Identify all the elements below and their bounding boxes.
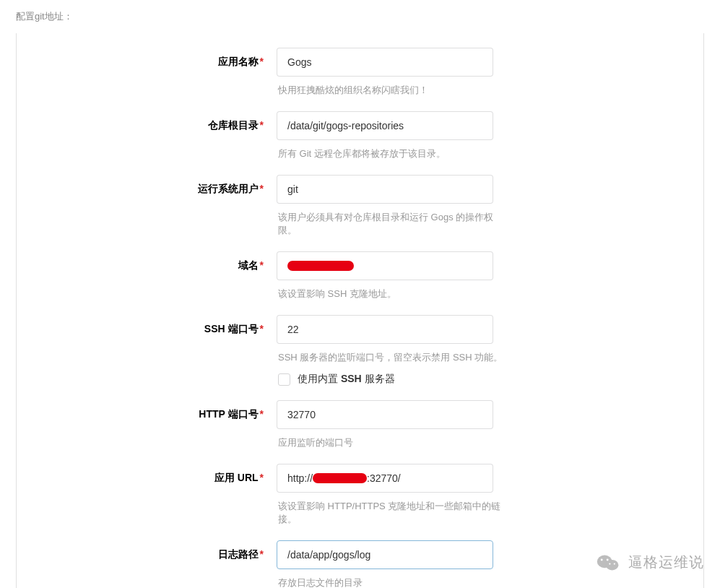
row-app-url: 应用 URL* http://:32770/ 该设置影响 HTTP/HTTPS … — [17, 457, 703, 533]
label-app-url: 应用 URL* — [17, 464, 277, 485]
svg-point-4 — [609, 563, 610, 564]
hint-domain: 该设置影响 SSH 克隆地址。 — [278, 287, 508, 301]
checkbox-box-icon — [278, 373, 290, 386]
checkbox-builtin-ssh[interactable]: 使用内置 SSH 服务器 — [278, 373, 508, 386]
input-repo-root[interactable] — [277, 111, 493, 140]
row-run-user: 运行系统用户* 该用户必须具有对仓库根目录和运行 Gogs 的操作权限。 — [17, 168, 703, 244]
url-prefix: http:// — [287, 472, 313, 484]
input-http-port[interactable] — [277, 400, 493, 429]
checkbox-label-ssh: 使用内置 SSH 服务器 — [298, 373, 395, 386]
label-repo-root: 仓库根目录* — [17, 111, 277, 132]
row-repo-root: 仓库根目录* 所有 Git 远程仓库都将被存放于该目录。 — [17, 104, 703, 168]
wechat-icon — [597, 553, 620, 572]
hint-app-url: 该设置影响 HTTP/HTTPS 克隆地址和一些邮箱中的链接。 — [278, 500, 508, 526]
hint-log-path: 存放日志文件的目录 — [278, 576, 508, 588]
svg-point-1 — [606, 560, 619, 570]
input-app-name[interactable] — [277, 48, 493, 77]
input-domain[interactable] — [277, 251, 493, 280]
svg-point-5 — [614, 563, 615, 564]
redaction-icon — [287, 261, 354, 271]
hint-run-user: 该用户必须具有对仓库根目录和运行 Gogs 的操作权限。 — [278, 211, 508, 237]
section-title: 配置git地址： — [16, 10, 704, 23]
hint-repo-root: 所有 Git 远程仓库都将被存放于该目录。 — [278, 147, 508, 160]
label-log-path: 日志路径* — [17, 540, 277, 561]
row-http-port: HTTP 端口号* 应用监听的端口号 — [17, 393, 703, 457]
config-form: 应用名称* 快用狂拽酷炫的组织名称闪瞎我们！ 仓库根目录* 所有 Git 远程仓… — [16, 33, 704, 588]
input-run-user[interactable] — [277, 175, 493, 204]
label-run-user: 运行系统用户* — [17, 175, 277, 196]
label-app-name: 应用名称* — [17, 48, 277, 69]
input-log-path[interactable] — [277, 540, 493, 569]
svg-point-2 — [601, 558, 603, 561]
input-app-url[interactable]: http://:32770/ — [277, 464, 493, 493]
label-domain: 域名* — [17, 251, 277, 272]
label-ssh-port: SSH 端口号* — [17, 315, 277, 336]
hint-http-port: 应用监听的端口号 — [278, 436, 508, 449]
hint-app-name: 快用狂拽酷炫的组织名称闪瞎我们！ — [278, 84, 508, 97]
redaction-icon — [313, 473, 367, 483]
label-http-port: HTTP 端口号* — [17, 400, 277, 421]
url-suffix: :32770/ — [367, 472, 401, 484]
row-domain: 域名* 该设置影响 SSH 克隆地址。 — [17, 244, 703, 308]
input-ssh-port[interactable] — [277, 315, 493, 344]
watermark: 逼格运维说 — [597, 553, 704, 572]
row-app-name: 应用名称* 快用狂拽酷炫的组织名称闪瞎我们！ — [17, 40, 703, 104]
row-ssh-port: SSH 端口号* SSH 服务器的监听端口号，留空表示禁用 SSH 功能。 使用… — [17, 308, 703, 393]
watermark-text: 逼格运维说 — [628, 553, 704, 572]
hint-ssh-port: SSH 服务器的监听端口号，留空表示禁用 SSH 功能。 — [278, 351, 508, 364]
svg-point-3 — [607, 558, 609, 561]
